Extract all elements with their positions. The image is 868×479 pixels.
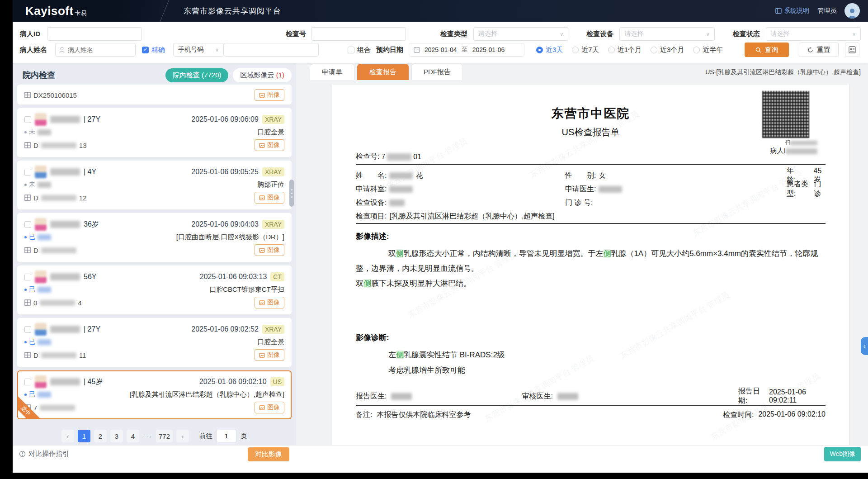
compare-guide-link[interactable]: 对比操作指引 (19, 450, 69, 458)
chevron-down-icon: ∨ (215, 47, 219, 53)
card-checkbox[interactable] (24, 169, 31, 175)
page-1-button[interactable]: 1 (78, 430, 90, 442)
page-3-button[interactable]: 3 (110, 430, 123, 442)
page-4-button[interactable]: 4 (127, 430, 139, 442)
tab-region-cloud[interactable]: 区域影像云 (1) (233, 68, 292, 82)
person-icon (59, 47, 65, 53)
image-button[interactable]: 图像 (255, 139, 284, 151)
status-redacted (38, 234, 51, 240)
qr-caption: 扫 病人I (770, 139, 817, 155)
exam-datetime: 2025-01-06 09:04:03 (191, 220, 259, 228)
patient-name-label: 病人姓名 (20, 46, 55, 54)
exam-card-list: DX250106015 图像 | 27Y (17, 85, 292, 427)
image-edit-icon (259, 405, 265, 411)
date-range-input[interactable]: 2025-01-04 至 2025-01-06 (409, 43, 524, 57)
exam-card[interactable]: 36岁 2025-01-06 09:04:03 XRAY 已 [口腔曲面断层,口… (17, 213, 292, 262)
exam-status-select[interactable]: 请选择∨ (766, 27, 861, 41)
exam-item: 口腔全景 (257, 338, 284, 346)
layout-toggle-button[interactable] (845, 43, 859, 57)
film-grid-icon (24, 194, 31, 201)
image-button[interactable]: 图像 (255, 244, 284, 256)
filter-panel: 病人ID 检查号 检查类型 请选择∨ 检查设备 请选择∨ 检查状态 请选择∨ 病… (13, 22, 868, 63)
report-exam-number: 检查号: 7 01 (356, 152, 826, 161)
status-dot (24, 184, 27, 186)
user-avatar[interactable] (844, 3, 860, 19)
tab-pdf-report[interactable]: PDF报告 (411, 64, 463, 80)
patient-avatar (35, 270, 47, 283)
card-checkbox[interactable] (24, 274, 31, 280)
accession-redacted (41, 352, 76, 358)
film-grid-icon (24, 352, 31, 358)
modality-badge: CT (270, 272, 284, 281)
exam-no-input[interactable] (311, 27, 406, 41)
tab-hospital-exams[interactable]: 院内检查 (7720) (165, 68, 229, 82)
card-checkbox[interactable] (24, 116, 31, 123)
panel-resize-handle[interactable] (289, 180, 294, 207)
page-2-button[interactable]: 2 (94, 430, 107, 442)
exam-datetime: 2025-01-06 09:02:10 (199, 378, 267, 386)
exam-no-label: 检查号 (286, 30, 311, 38)
search-button[interactable]: 查询 (745, 43, 789, 57)
reset-button[interactable]: 重置 (799, 43, 839, 57)
accession-number: D12 (24, 194, 87, 202)
exam-card[interactable]: | 4Y 2025-01-06 09:05:25 XRAY 未 胸部正位 D12 (17, 161, 292, 209)
report-panel: 申请单 检查报告 PDF报告 US-[乳腺及其引流区淋巴结彩超（乳腺中心）,超声… (296, 63, 868, 445)
range-3d-radio[interactable]: 近3天 (536, 46, 563, 54)
exam-time: 2025-01-06 09:02:10 (758, 410, 826, 420)
prev-page-button[interactable]: ‹ (61, 430, 74, 442)
report-doctor-redacted (391, 393, 412, 400)
range-3m-radio[interactable]: 近3个月 (651, 46, 684, 54)
image-button[interactable]: 图像 (255, 349, 284, 361)
collapse-panel-button[interactable]: ‹ (861, 337, 868, 355)
combo-label: 组合 (357, 46, 371, 54)
page-ellipsis[interactable]: ··· (143, 432, 152, 440)
patient-id-redacted (786, 148, 817, 154)
card-checkbox[interactable] (24, 221, 31, 228)
accession-redacted (41, 142, 76, 148)
image-button[interactable]: 图像 (255, 192, 284, 204)
status-redacted (38, 392, 51, 398)
exam-card[interactable]: | 27Y 2025-01-06 09:06:09 XRAY 未 口腔全景 D1… (17, 108, 292, 157)
range-1m-radio[interactable]: 近1个月 (608, 46, 642, 54)
image-edit-icon (259, 142, 265, 148)
system-help-link[interactable]: 系统说明 (775, 7, 809, 15)
exam-device-select[interactable]: 请选择∨ (619, 27, 714, 41)
next-page-button[interactable]: › (176, 430, 189, 442)
date-separator: 至 (462, 46, 468, 54)
exact-checkbox[interactable] (142, 47, 149, 53)
image-button[interactable]: 图像 (255, 297, 284, 308)
tab-exam-report[interactable]: 检查报告 (357, 64, 409, 80)
compare-images-button[interactable]: 对比影像 (248, 447, 289, 461)
card-checkbox[interactable] (24, 326, 31, 333)
status-redacted (38, 182, 51, 188)
patient-name-redacted (50, 378, 80, 385)
exam-card-partial[interactable]: DX250106015 图像 (17, 85, 292, 104)
web-image-button[interactable]: Web图像 (824, 447, 861, 461)
accession-redacted (40, 405, 75, 411)
name-redacted (389, 172, 413, 179)
modality-badge: US (270, 377, 284, 386)
page-last-button[interactable]: 772 (156, 430, 173, 442)
dept-redacted (389, 186, 413, 193)
report-date: 2025-01-06 09:02:11 (769, 388, 826, 404)
exam-type-select[interactable]: 请选择∨ (473, 27, 568, 41)
image-diagnosis: 左侧乳腺囊实性结节 BI-RADS:2级 考虑乳腺增生所致可能 (356, 347, 826, 378)
patient-name-input[interactable] (55, 43, 136, 57)
image-button[interactable]: 图像 (255, 89, 284, 101)
exam-card[interactable]: 56Y 2025-01-06 09:03:13 CT 已 口腔CBCT锥形束CT… (17, 266, 292, 314)
chevron-down-icon: ∨ (852, 31, 856, 37)
current-user[interactable]: 管理员 (817, 7, 836, 15)
phone-input[interactable] (224, 43, 319, 57)
range-7d-radio[interactable]: 近7天 (572, 46, 599, 54)
image-button[interactable]: 图像 (255, 402, 284, 413)
card-checkbox[interactable] (24, 379, 31, 385)
exam-card[interactable]: | 27Y 2025-01-06 09:02:52 XRAY 已 口腔全景 D1… (17, 318, 292, 367)
tab-request-form[interactable]: 申请单 (310, 64, 354, 80)
combo-checkbox[interactable] (348, 47, 354, 53)
patient-id-input[interactable] (47, 27, 142, 41)
top-navbar: Kayisoft 卡易 东营市影像云共享调阅平台 系统说明 管理员 (13, 0, 868, 22)
range-6m-radio[interactable]: 近半年 (693, 46, 723, 54)
goto-page-input[interactable] (216, 430, 237, 442)
phone-select[interactable]: 手机号码∨ (173, 43, 224, 57)
exam-card-selected[interactable]: | 45岁 2025-01-06 09:02:10 US 已 [乳腺及其引流区淋… (17, 370, 292, 419)
